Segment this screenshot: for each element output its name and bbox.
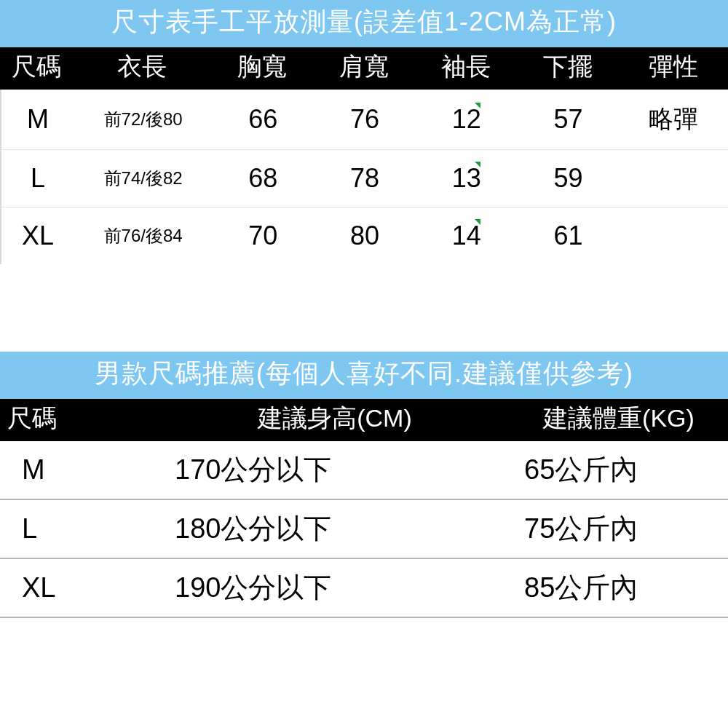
cell-shoulder: 76 — [314, 104, 416, 135]
rec-table-header: 尺碼 建議身高(CM) 建議體重(KG) — [0, 399, 728, 441]
cell-sleeve: 14 — [416, 221, 518, 251]
rec-table-body: M 170公分以下 65公斤內 L 180公分以下 75公斤內 XL 190公分… — [0, 441, 728, 618]
col-header: 肩寬 — [313, 50, 415, 84]
col-header: 下擺 — [517, 50, 619, 84]
col-header: 建議身高(CM) — [160, 402, 510, 435]
cell-weight: 75公斤內 — [510, 510, 728, 547]
table-row: L 前74/後82 68 78 13 59 — [1, 150, 728, 207]
cell-hem: 61 — [518, 221, 620, 251]
cell-size: XL — [1, 221, 74, 251]
cell-size: L — [0, 513, 160, 545]
cell-weight: 65公斤內 — [510, 451, 728, 488]
table-row: XL 190公分以下 85公斤內 — [0, 559, 728, 618]
col-header: 尺碼 — [0, 402, 160, 435]
cell-chest: 70 — [212, 221, 314, 251]
table-row: M 前72/後80 66 76 12 57 略彈 — [1, 90, 728, 150]
cell-height: 170公分以下 — [160, 451, 510, 488]
cell-height: 180公分以下 — [160, 510, 510, 547]
cell-height: 190公分以下 — [160, 569, 510, 606]
cell-chest: 68 — [212, 163, 314, 194]
cell-size: M — [0, 454, 160, 486]
cell-size: M — [1, 104, 74, 135]
col-header: 尺碼 — [0, 50, 73, 84]
rec-table-title: 男款尺碼推薦(每個人喜好不同.建議僅供參考) — [0, 352, 728, 399]
size-table-title: 尺寸表手工平放測量(誤差值1-2CM為正常) — [0, 0, 728, 47]
cell-size: L — [1, 163, 74, 194]
col-header: 胸寬 — [211, 50, 313, 84]
table-row: XL 前76/後84 70 80 14 61 — [1, 207, 728, 264]
col-header: 建議體重(KG) — [510, 402, 728, 435]
size-table-body: M 前72/後80 66 76 12 57 略彈 L 前74/後82 68 78… — [0, 90, 728, 264]
cell-stretch: 略彈 — [619, 103, 728, 136]
cell-shoulder: 80 — [314, 221, 416, 251]
col-header: 衣長 — [73, 50, 211, 84]
cell-hem: 59 — [518, 163, 620, 194]
cell-sleeve: 13 — [416, 163, 518, 194]
cell-sleeve: 12 — [416, 104, 518, 135]
size-table-header: 尺碼 衣長 胸寬 肩寬 袖長 下擺 彈性 — [0, 47, 728, 90]
cell-length: 前72/後80 — [74, 108, 213, 131]
table-row: M 170公分以下 65公斤內 — [0, 441, 728, 500]
col-header: 彈性 — [619, 50, 728, 84]
col-header: 袖長 — [415, 50, 517, 84]
cell-size: XL — [0, 572, 160, 604]
cell-chest: 66 — [212, 104, 314, 135]
cell-length: 前74/後82 — [74, 167, 213, 190]
cell-weight: 85公斤內 — [510, 569, 728, 606]
cell-length: 前76/後84 — [74, 224, 213, 248]
cell-shoulder: 78 — [314, 163, 416, 194]
cell-hem: 57 — [518, 104, 620, 135]
table-row: L 180公分以下 75公斤內 — [0, 500, 728, 559]
